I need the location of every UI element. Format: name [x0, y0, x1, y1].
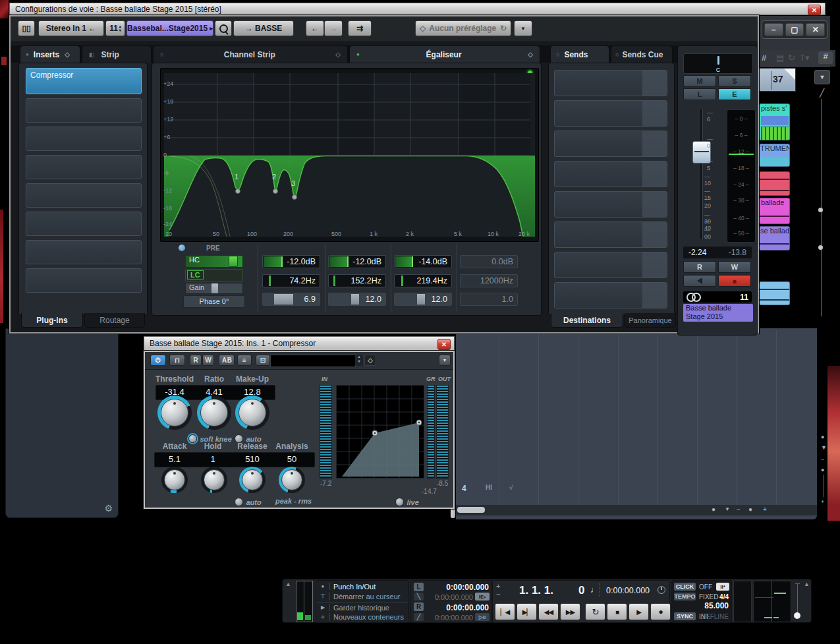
tab-equalizer[interactable]: ● Égaliseur ◇	[349, 45, 540, 63]
fader[interactable]: — 6 — 0 — 5 — 10 — 15 — 20 — 30 — 40 — 0…	[687, 107, 716, 243]
left-locator-chip[interactable]: L	[414, 583, 424, 591]
insert-slot-4[interactable]	[26, 155, 142, 179]
insert-slot-5[interactable]	[26, 183, 142, 208]
goto-end-button[interactable]: ▶▏	[517, 603, 537, 620]
insert-slot-1[interactable]: Compressor	[26, 68, 142, 94]
rewind-button[interactable]: ◀◀	[538, 603, 559, 620]
zoom-tri[interactable]: ▼	[725, 506, 730, 512]
preroll-activate-chip[interactable]: II▷	[475, 593, 490, 600]
tab-sends[interactable]: ○ Sends	[550, 45, 609, 63]
preset-dropdown-button[interactable]: ▼	[514, 20, 532, 36]
zoom-dot[interactable]: ●	[748, 506, 752, 513]
zoom-minus[interactable]: −	[737, 506, 741, 513]
collapse-up-icon[interactable]: ▲	[804, 581, 810, 587]
mute-button[interactable]: M	[683, 75, 716, 87]
clip-purple[interactable]: se ballad	[759, 226, 790, 250]
send-slot-6[interactable]	[554, 221, 667, 248]
zoom-minus[interactable]: −	[821, 456, 824, 463]
menu-item-punch[interactable]: ● Punch In/Out	[316, 581, 408, 591]
channel-window-close-button[interactable]: ✕	[808, 5, 821, 15]
transfer-graph[interactable]	[336, 385, 424, 479]
zoom-plus[interactable]: +	[763, 506, 767, 513]
attack-knob[interactable]	[161, 467, 188, 493]
tab-plugins[interactable]: Plug-ins	[21, 313, 83, 328]
hold-knob[interactable]	[201, 467, 227, 493]
compressor-titlebar[interactable]: Basse ballade Stage 2015: Ins. 1 - Compr…	[144, 336, 455, 351]
go-to-output-button[interactable]: ⇉	[348, 20, 372, 36]
send-slot-3[interactable]	[554, 131, 667, 157]
tab-routing[interactable]: Routage	[84, 313, 145, 328]
record-button[interactable]: ●	[650, 603, 671, 620]
fader-track[interactable]	[700, 109, 703, 239]
channel-overview-button[interactable]: ▯▯	[18, 20, 35, 36]
ruler[interactable]: 37	[759, 68, 796, 92]
tempo-chip[interactable]: TEMPO	[674, 593, 696, 600]
band2-q-field[interactable]: 12.0	[328, 293, 386, 306]
band1-gain-field[interactable]: -12.0dB	[262, 255, 320, 268]
plugin-preset-field[interactable]	[270, 355, 356, 367]
clip-teal[interactable]: pistes s'	[759, 103, 790, 140]
send-level-zone[interactable]	[642, 131, 667, 156]
band4-q-field[interactable]: 1.0	[460, 293, 518, 306]
band4-gain-field[interactable]: 0.0dB	[460, 255, 518, 268]
tool-dropdown-icon[interactable]: T▾	[800, 53, 809, 63]
gain-handle[interactable]	[211, 283, 218, 293]
cycle-button[interactable]: ↻	[585, 603, 605, 620]
tab-strip[interactable]: ◧ Strip	[82, 45, 152, 63]
ruler-dropdown-button[interactable]: ▼	[814, 70, 830, 84]
band3-q-field[interactable]: 12.0	[394, 293, 452, 306]
send-slot-7[interactable]	[554, 252, 667, 278]
analysis-mode-label[interactable]: peak - rms	[275, 497, 312, 505]
solo-button[interactable]: S	[718, 75, 751, 87]
time-display[interactable]: 0:00:00.000	[606, 586, 650, 595]
goto-start-button[interactable]: ▏◀	[495, 603, 515, 620]
preset-diamond-button[interactable]: ◇	[364, 355, 376, 366]
plugin-read-button[interactable]: R	[190, 355, 202, 366]
menu-item-start-cursor[interactable]: ⊤ Démarrer au curseur	[316, 591, 408, 601]
plugin-write-button[interactable]: W	[202, 355, 214, 366]
plugin-bypass-button[interactable]: ⊓	[169, 355, 185, 366]
click-value[interactable]: OFF	[699, 583, 712, 591]
record-enable-button[interactable]: ●	[718, 275, 751, 287]
live-toggle[interactable]: live	[395, 496, 419, 508]
live-dot[interactable]	[395, 498, 404, 506]
preroll-time[interactable]: 0:00:00.000	[435, 593, 473, 601]
gain-slider[interactable]: Gain	[185, 283, 243, 294]
postroll-time[interactable]: 0:00:00.000	[435, 614, 473, 622]
plugin-dropdown-button[interactable]: ▼	[439, 355, 451, 366]
position-display[interactable]: 1. 1. 1.	[519, 584, 553, 597]
band2-gain-field[interactable]: -12.0dB	[328, 255, 386, 268]
diamond-icon[interactable]: ◇	[335, 51, 341, 58]
band-shape-icon[interactable]: √	[509, 484, 513, 493]
pencil-icon[interactable]: ╱	[820, 88, 824, 98]
send-level-zone[interactable]	[642, 101, 667, 126]
grid-icon[interactable]: #	[762, 53, 766, 63]
send-slot-2[interactable]	[554, 100, 667, 127]
scrollbar-dot[interactable]	[818, 245, 823, 250]
right-locator-time[interactable]: 0:00:00.000	[446, 603, 489, 612]
listen-button[interactable]: L	[683, 88, 716, 100]
phase-button[interactable]: Phase 0°	[183, 295, 245, 308]
sync-chip[interactable]: SYNC	[674, 612, 696, 620]
pre-led[interactable]	[179, 245, 185, 251]
band2-freq-field[interactable]: 152.2Hz	[328, 274, 386, 287]
collapse-up-icon[interactable]: ▲	[285, 581, 291, 587]
channel-name-label[interactable]: Basse ballade Stage 2015	[683, 304, 753, 322]
tab-inserts[interactable]: ● Inserts ◇	[20, 45, 80, 63]
maximize-button[interactable]: ▢	[785, 23, 804, 36]
plugin-sidechain-button[interactable]: ⊡	[256, 355, 270, 366]
zoom-tri[interactable]: ▼	[821, 444, 827, 451]
input-routing-button[interactable]: Stereo In 1 ←	[38, 20, 104, 36]
send-level-zone[interactable]	[642, 71, 667, 96]
click-pattern-chip[interactable]: II*	[716, 583, 729, 591]
band3-gain-field[interactable]: -14.0dB	[394, 255, 452, 268]
close-window-button[interactable]: ✕	[806, 23, 825, 36]
monitor-button[interactable]	[683, 275, 716, 287]
position-sub[interactable]: 0	[578, 584, 584, 597]
edit-button[interactable]: E	[718, 88, 751, 100]
ratio-knob[interactable]	[197, 395, 231, 430]
nudge-minus[interactable]: −	[496, 590, 500, 598]
insert-slot-3[interactable]	[26, 127, 142, 151]
band1-q-field[interactable]: 6.9	[262, 293, 320, 306]
band4-freq-field[interactable]: 12000Hz	[460, 274, 518, 287]
